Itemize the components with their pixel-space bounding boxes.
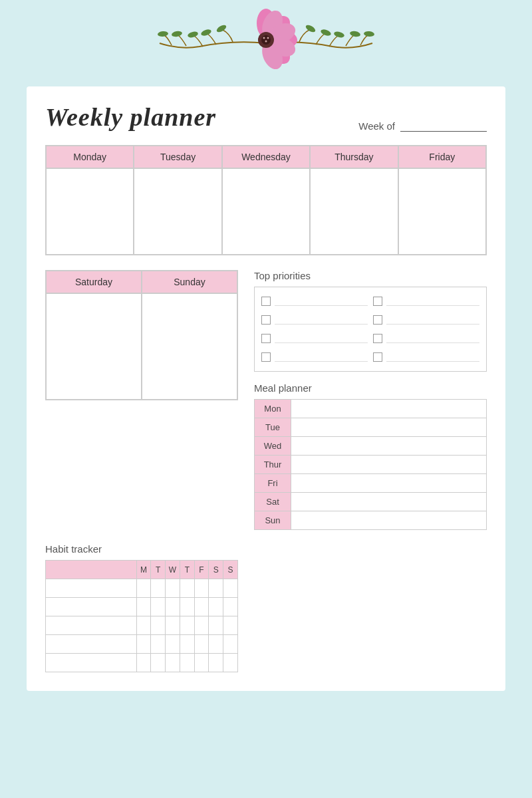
- weekend-header-saturday: Saturday: [46, 271, 142, 293]
- habit-tracker-block: Habit tracker M T W T F S S: [45, 543, 238, 672]
- priority-checkbox-2[interactable]: [261, 315, 271, 325]
- meal-day-sat: Sat: [255, 493, 291, 511]
- habit-cell-4-t2[interactable]: [180, 635, 194, 654]
- priority-checkbox-6[interactable]: [373, 315, 382, 325]
- habit-day-w: W: [166, 561, 180, 579]
- planner-card: Weekly planner Week of Monday Tuesday We…: [27, 86, 505, 691]
- svg-point-21: [267, 37, 269, 39]
- weekday-cell-tuesday[interactable]: [134, 168, 221, 255]
- priority-checkbox-4[interactable]: [261, 352, 271, 362]
- svg-point-3: [171, 31, 182, 38]
- habit-name-2[interactable]: [46, 598, 137, 616]
- habit-header-row: M T W T F S S: [46, 561, 238, 579]
- habit-cell-5-w[interactable]: [166, 654, 180, 672]
- habit-name-4[interactable]: [46, 635, 137, 654]
- habit-cell-2-f[interactable]: [194, 598, 209, 616]
- habit-cell-1-s2[interactable]: [223, 579, 238, 598]
- habit-cell-3-t2[interactable]: [180, 616, 194, 635]
- habit-row-5: [46, 654, 238, 672]
- priority-line-3: [275, 334, 368, 343]
- habit-cell-4-s1[interactable]: [209, 635, 223, 654]
- svg-point-2: [187, 31, 199, 39]
- habit-cell-5-s1[interactable]: [209, 654, 223, 672]
- habit-cell-5-f[interactable]: [194, 654, 209, 672]
- meal-content-fri[interactable]: [291, 474, 487, 493]
- weekday-cell-wednesday[interactable]: [222, 168, 310, 255]
- weekday-grid: Monday Tuesday Wednesday Thursday Friday: [45, 145, 487, 255]
- habit-cell-1-t1[interactable]: [151, 579, 166, 598]
- habit-cell-5-s2[interactable]: [223, 654, 238, 672]
- meal-planner-block: Meal planner Mon Tue Wed Th: [254, 382, 487, 530]
- weekday-cell-monday[interactable]: [46, 168, 134, 255]
- habit-cell-5-t2[interactable]: [180, 654, 194, 672]
- priority-line-5: [386, 297, 479, 306]
- habit-cell-3-w[interactable]: [166, 616, 180, 635]
- habit-name-1[interactable]: [46, 579, 137, 598]
- habit-cell-1-w[interactable]: [166, 579, 180, 598]
- habit-cell-4-f[interactable]: [194, 635, 209, 654]
- priority-checkbox-3[interactable]: [261, 334, 271, 343]
- habit-cell-3-m[interactable]: [136, 616, 151, 635]
- priority-checkbox-5[interactable]: [373, 297, 382, 306]
- meal-content-sun[interactable]: [291, 511, 487, 530]
- habit-cell-3-f[interactable]: [194, 616, 209, 635]
- habit-cell-4-w[interactable]: [166, 635, 180, 654]
- week-of-input-line[interactable]: [400, 120, 487, 132]
- weekend-cell-sunday[interactable]: [142, 293, 237, 400]
- meal-content-wed[interactable]: [291, 437, 487, 456]
- habit-cell-4-t1[interactable]: [151, 635, 166, 654]
- habit-cell-4-m[interactable]: [136, 635, 151, 654]
- priority-checkbox-7[interactable]: [373, 334, 382, 343]
- meal-day-tue: Tue: [255, 418, 291, 437]
- habit-cell-5-m[interactable]: [136, 654, 151, 672]
- meal-content-tue[interactable]: [291, 418, 487, 437]
- meal-planner-label: Meal planner: [254, 382, 487, 394]
- habit-row-3: [46, 616, 238, 635]
- weekday-cell-friday[interactable]: [398, 168, 486, 255]
- weekday-header-thursday: Thursday: [310, 146, 398, 168]
- planner-title: Weekly planner: [45, 102, 216, 132]
- habit-cell-1-s1[interactable]: [209, 579, 223, 598]
- priority-item-8: [372, 350, 481, 364]
- meal-row-mon: Mon: [255, 400, 487, 418]
- meal-content-sat[interactable]: [291, 493, 487, 511]
- priority-item-2: [260, 313, 369, 327]
- meal-content-mon[interactable]: [291, 400, 487, 418]
- weekend-grid: Saturday Sunday: [45, 270, 238, 400]
- habit-cell-3-s2[interactable]: [223, 616, 238, 635]
- meal-content-thur[interactable]: [291, 456, 487, 474]
- habit-cell-1-f[interactable]: [194, 579, 209, 598]
- habit-cell-4-s2[interactable]: [223, 635, 238, 654]
- meal-row-tue: Tue: [255, 418, 487, 437]
- weekday-cell-thursday[interactable]: [310, 168, 398, 255]
- habit-name-3[interactable]: [46, 616, 137, 635]
- habit-name-header: [46, 561, 137, 579]
- svg-point-22: [265, 41, 267, 43]
- habit-name-5[interactable]: [46, 654, 137, 672]
- habit-cell-2-t1[interactable]: [151, 598, 166, 616]
- habit-row-2: [46, 598, 238, 616]
- svg-point-7: [333, 31, 345, 39]
- habit-cell-2-m[interactable]: [136, 598, 151, 616]
- habit-cell-2-s2[interactable]: [223, 598, 238, 616]
- habit-cell-3-s1[interactable]: [209, 616, 223, 635]
- week-of-section: Week of: [358, 120, 487, 132]
- svg-point-19: [261, 35, 271, 45]
- habit-cell-2-w[interactable]: [166, 598, 180, 616]
- habit-cell-2-s1[interactable]: [209, 598, 223, 616]
- habit-cell-5-t1[interactable]: [151, 654, 166, 672]
- habit-cell-1-t2[interactable]: [180, 579, 194, 598]
- priority-checkbox-1[interactable]: [261, 297, 271, 306]
- meal-row-sat: Sat: [255, 493, 487, 511]
- habit-cell-1-m[interactable]: [136, 579, 151, 598]
- weekend-cell-saturday[interactable]: [46, 293, 142, 400]
- weekend-header-sunday: Sunday: [142, 271, 237, 293]
- meal-row-sun: Sun: [255, 511, 487, 530]
- weekday-header-tuesday: Tuesday: [134, 146, 221, 168]
- priority-checkbox-8[interactable]: [373, 352, 382, 362]
- habit-cell-2-t2[interactable]: [180, 598, 194, 616]
- habit-cell-3-t1[interactable]: [151, 616, 166, 635]
- habit-day-t1: T: [151, 561, 166, 579]
- habit-day-s2: S: [223, 561, 238, 579]
- habit-day-m: M: [136, 561, 151, 579]
